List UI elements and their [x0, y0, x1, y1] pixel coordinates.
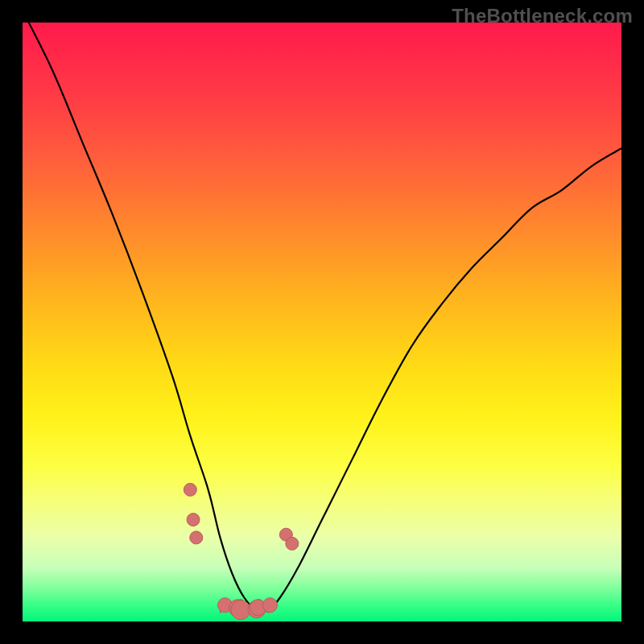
data-markers — [184, 483, 298, 619]
main-curve — [23, 23, 621, 611]
svg-point-7 — [231, 601, 250, 620]
chart-frame: TheBottleneck.com — [0, 0, 644, 644]
plot-area — [23, 23, 621, 621]
svg-point-0 — [184, 483, 196, 496]
curve-svg — [23, 23, 621, 621]
svg-point-4 — [286, 537, 299, 550]
svg-point-1 — [187, 514, 200, 526]
svg-point-10 — [262, 598, 277, 613]
svg-point-2 — [190, 531, 203, 544]
watermark-text: TheBottleneck.com — [452, 5, 633, 27]
